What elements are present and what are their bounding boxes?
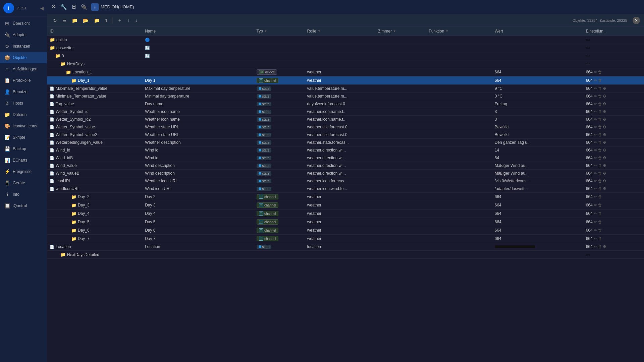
delete-icon[interactable]: 🗑 xyxy=(598,148,602,153)
edit-icon[interactable]: ✏ xyxy=(594,117,597,122)
edit-icon[interactable]: ✏ xyxy=(594,132,597,137)
table-row[interactable]: 📄 Minimale_Temperatur_value Minimal day … xyxy=(47,93,644,100)
delete-icon[interactable]: 🗑 xyxy=(598,163,602,168)
edit-icon[interactable]: ✏ xyxy=(594,228,597,233)
wrench-icon[interactable]: 🔧 xyxy=(60,4,67,10)
sidebar-item-instanzen[interactable]: ⚙Instanzen xyxy=(0,41,47,52)
edit-icon[interactable]: ✏ xyxy=(594,109,597,114)
edit-icon[interactable]: ✏ xyxy=(594,203,597,207)
add-btn[interactable]: ＋ xyxy=(115,16,124,25)
home-icon[interactable]: ⌂ xyxy=(91,3,99,11)
settings-icon[interactable]: ⚙ xyxy=(603,179,606,183)
edit-icon[interactable]: ✏ xyxy=(594,179,597,183)
table-row[interactable]: 📄 Wetterbedingungen_value Weather descri… xyxy=(47,139,644,146)
delete-icon[interactable]: 🗑 xyxy=(598,236,602,241)
edit-icon[interactable]: ✏ xyxy=(594,70,597,74)
settings-icon[interactable]: ⚙ xyxy=(603,94,606,99)
folder-btn[interactable]: 📁 xyxy=(70,16,79,24)
delete-icon[interactable]: 🗑 xyxy=(598,109,602,114)
edit-icon[interactable]: ✏ xyxy=(594,78,597,83)
sidebar-item-adapter[interactable]: 🔌Adapter xyxy=(0,29,47,41)
edit-icon[interactable]: ✏ xyxy=(594,171,597,176)
delete-icon[interactable]: 🗑 xyxy=(598,140,602,145)
table-row[interactable]: 📄 Wind_value Wind description state weat… xyxy=(47,162,644,170)
table-row[interactable]: 📁 Day_1 Day 1 T channel weather664 664 ✏… xyxy=(47,76,644,85)
sidebar-item-skripte[interactable]: 📝Skripte xyxy=(0,132,47,143)
close-btn[interactable]: ✕ xyxy=(633,17,640,24)
settings-icon[interactable]: ⚙ xyxy=(603,186,606,191)
sidebar-item-echarts[interactable]: 📊ECharts xyxy=(0,155,47,166)
settings-icon[interactable]: ⚙ xyxy=(603,244,606,249)
delete-icon[interactable]: 🗑 xyxy=(598,94,602,99)
plug-icon[interactable]: 🔌 xyxy=(80,4,87,10)
sidebar-item-info[interactable]: ℹInfo xyxy=(0,189,47,200)
table-row[interactable]: 📄 windIconURL Wind icon URL state weathe… xyxy=(47,185,644,193)
delete-icon[interactable]: 🗑 xyxy=(598,220,602,224)
edit-icon[interactable]: ✏ xyxy=(594,125,597,129)
delete-icon[interactable]: 🗑 xyxy=(598,125,602,129)
edit-icon[interactable]: ✏ xyxy=(594,194,597,199)
sidebar-item-aufzahlungen[interactable]: ≡Aufzählungen xyxy=(0,63,47,75)
settings-icon[interactable]: ⚙ xyxy=(603,132,606,137)
th-funktion[interactable]: Funktion▼ xyxy=(426,27,492,36)
table-row[interactable]: 📁 Day_3 Day 3 T channel weather664 664 ✏… xyxy=(47,201,644,209)
delete-icon[interactable]: 🗑 xyxy=(598,186,602,191)
table-row[interactable]: 📄 Wetter_Symbol_id2 Weather icon name st… xyxy=(47,116,644,123)
refresh-btn[interactable]: ↻ xyxy=(51,16,59,24)
edit-icon[interactable]: ✏ xyxy=(594,148,597,153)
sidebar-item-objekte[interactable]: 📦Objekte xyxy=(0,52,47,63)
sidebar-item-ubersicht[interactable]: ⊞Übersicht xyxy=(0,18,47,29)
folder-blue-btn[interactable]: 📁 xyxy=(92,16,102,24)
edit-icon[interactable]: ✏ xyxy=(594,244,597,249)
delete-icon[interactable]: 🗑 xyxy=(598,78,602,83)
edit-icon[interactable]: ✏ xyxy=(594,94,597,99)
settings-icon[interactable]: ⚙ xyxy=(603,148,606,153)
edit-icon[interactable]: ✏ xyxy=(594,140,597,145)
edit-icon[interactable]: ✏ xyxy=(594,186,597,191)
settings-icon[interactable]: ⚙ xyxy=(603,109,606,114)
bars-btn[interactable]: ≣ xyxy=(60,16,68,24)
settings-icon[interactable]: ⚙ xyxy=(603,140,606,145)
table-row[interactable]: 📄 Wetter_Symbol_value Weather state URL … xyxy=(47,123,644,131)
table-row[interactable]: 📁 Day_6 Day 6 T channel weather664 664 ✏… xyxy=(47,226,644,235)
delete-icon[interactable]: 🗑 xyxy=(598,203,602,207)
edit-icon[interactable]: ✏ xyxy=(594,211,597,216)
edit-icon[interactable]: ✏ xyxy=(594,236,597,241)
edit-icon[interactable]: ✏ xyxy=(594,102,597,106)
edit-icon[interactable]: ✏ xyxy=(594,163,597,168)
table-row[interactable]: 📄 Wind_id Wind id state weather.directio… xyxy=(47,146,644,154)
table-row[interactable]: 📁 Day_4 Day 4 T channel weather664 664 ✏… xyxy=(47,209,644,218)
sidebar-item-benutzer[interactable]: 👤Benutzer xyxy=(0,86,47,98)
delete-icon[interactable]: 🗑 xyxy=(598,132,602,137)
sidebar-item-protokolle[interactable]: 📋Protokolle xyxy=(0,75,47,86)
sidebar-item-iqontrol[interactable]: 🔲iQontrol xyxy=(0,200,47,212)
settings-icon[interactable]: ⚙ xyxy=(603,156,606,160)
delete-icon[interactable]: 🗑 xyxy=(598,171,602,176)
table-row[interactable]: 📄 Wind_idB Wind id state weather.directi… xyxy=(47,154,644,162)
delete-icon[interactable]: 🗑 xyxy=(598,211,602,216)
table-row[interactable]: 📁 NextDaysDetailed — xyxy=(47,251,644,259)
display-icon[interactable]: 🖥 xyxy=(71,4,76,10)
delete-icon[interactable]: 🗑 xyxy=(598,244,602,249)
delete-icon[interactable]: 🗑 xyxy=(598,179,602,183)
folder-up-btn[interactable]: 📂 xyxy=(81,16,91,24)
th-zimmer[interactable]: Zimmer▼ xyxy=(375,27,426,36)
settings-icon[interactable]: ⚙ xyxy=(603,102,606,106)
table-row[interactable]: 📁 Day_7 Day 7 T channel weather664 664 ✏… xyxy=(47,235,644,243)
sidebar-item-backup[interactable]: 💾Backup xyxy=(0,143,47,155)
settings-icon[interactable]: ⚙ xyxy=(603,171,606,176)
table-row[interactable]: 📄 Wind_valueB Wind description state wea… xyxy=(47,170,644,177)
sidebar-item-gerate[interactable]: 📱Geräte xyxy=(0,177,47,189)
delete-icon[interactable]: 🗑 xyxy=(598,228,602,233)
delete-icon[interactable]: 🗑 xyxy=(598,156,602,160)
sidebar-item-ereignisse[interactable]: ⚡Ereignisse xyxy=(0,166,47,177)
settings-icon[interactable]: ⚙ xyxy=(603,125,606,129)
table-row[interactable]: 📁 Day_2 Day 2 T channel weather664 664 ✏… xyxy=(47,193,644,201)
th-rolle[interactable]: Rolle▼ xyxy=(305,27,376,36)
delete-icon[interactable]: 🗑 xyxy=(598,102,602,106)
table-row[interactable]: 📄 Wetter_Symbol_value2 Weather state URL… xyxy=(47,131,644,139)
table-row[interactable]: 📄 Maximale_Temperatur_value Maximal day … xyxy=(47,85,644,93)
settings-icon[interactable]: ⚙ xyxy=(603,163,606,168)
sidebar-item-dateien[interactable]: 📁Dateien xyxy=(0,109,47,120)
table-row[interactable]: 📄 Tag_value Day name state dayofweek.for… xyxy=(47,100,644,108)
